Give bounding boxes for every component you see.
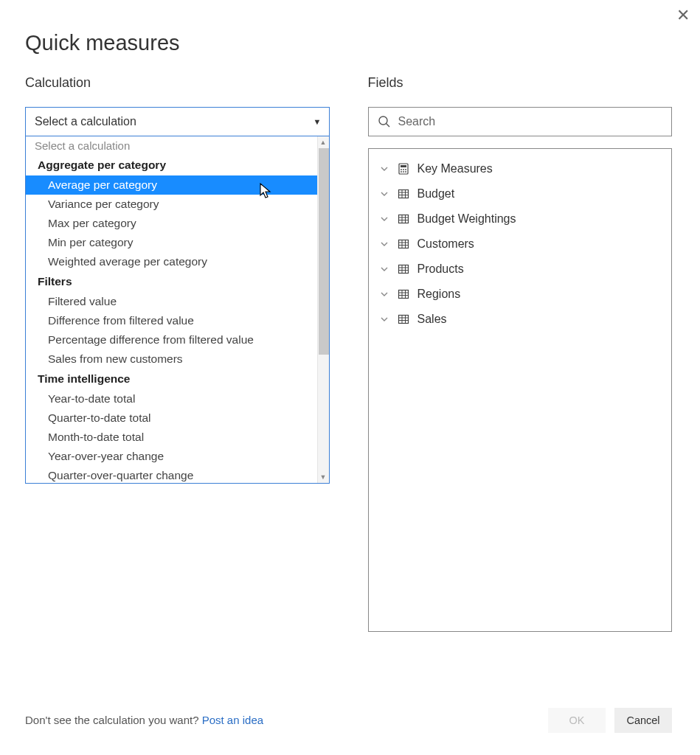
- dropdown-option[interactable]: Filtered value: [26, 292, 317, 311]
- cancel-button[interactable]: Cancel: [614, 708, 672, 733]
- dropdown-placeholder-option[interactable]: Select a calculation: [26, 136, 317, 155]
- svg-rect-30: [398, 290, 408, 299]
- scroll-up-icon[interactable]: ▲: [318, 136, 329, 148]
- calculator-icon: [397, 162, 410, 175]
- chevron-down-icon[interactable]: [379, 265, 389, 274]
- table-icon: [397, 288, 410, 301]
- svg-rect-25: [398, 265, 408, 274]
- dropdown-option[interactable]: Year-over-year change: [26, 447, 317, 466]
- field-label: Regions: [417, 288, 461, 301]
- dropdown-option[interactable]: Quarter-to-date total: [26, 408, 317, 428]
- calculation-dropdown: Select a calculationAggregate per catego…: [25, 136, 330, 484]
- fields-search[interactable]: [368, 107, 673, 136]
- svg-point-0: [379, 116, 387, 125]
- chevron-down-icon[interactable]: [379, 164, 389, 173]
- table-icon: [397, 313, 410, 326]
- field-label: Sales: [417, 313, 447, 326]
- field-tree-item[interactable]: Budget: [375, 181, 666, 206]
- svg-point-5: [403, 169, 404, 170]
- scroll-down-icon[interactable]: ▼: [318, 471, 329, 483]
- svg-point-6: [405, 169, 406, 170]
- dropdown-option[interactable]: Quarter-over-quarter change: [26, 466, 317, 483]
- svg-rect-10: [398, 190, 408, 198]
- fields-column: Fields Key MeasuresBudgetBudget Weightin…: [368, 75, 673, 632]
- field-tree-item[interactable]: Budget Weightings: [375, 206, 666, 232]
- field-label: Products: [417, 262, 464, 276]
- dropdown-option[interactable]: Sales from new customers: [26, 349, 317, 369]
- svg-rect-20: [398, 240, 408, 248]
- svg-point-9: [405, 171, 406, 173]
- dropdown-option[interactable]: Month-to-date total: [26, 428, 317, 447]
- dropdown-option[interactable]: Year-to-date total: [26, 389, 317, 408]
- dropdown-option[interactable]: Average per category: [26, 175, 317, 195]
- dropdown-option[interactable]: Difference from filtered value: [26, 311, 317, 330]
- calculation-select[interactable]: Select a calculation ▼: [25, 107, 330, 136]
- table-icon: [397, 212, 410, 226]
- field-label: Budget: [417, 187, 455, 201]
- chevron-down-icon[interactable]: [379, 240, 389, 248]
- close-button[interactable]: ✕: [676, 7, 690, 24]
- svg-point-8: [403, 171, 404, 173]
- dialog-title: Quick measures: [25, 31, 180, 55]
- fields-panel: Key MeasuresBudgetBudget WeightingsCusto…: [368, 148, 673, 632]
- dropdown-option[interactable]: Percentage difference from filtered valu…: [26, 330, 317, 349]
- field-tree-item[interactable]: Products: [375, 257, 666, 282]
- field-tree-item[interactable]: Sales: [375, 307, 666, 332]
- search-icon: [378, 115, 391, 128]
- field-label: Budget Weightings: [417, 212, 516, 226]
- dropdown-group-header: Filters: [26, 271, 317, 292]
- svg-point-7: [401, 171, 402, 173]
- dialog-footer: Don't see the calculation you want? Post…: [25, 708, 672, 733]
- chevron-down-icon[interactable]: [379, 315, 389, 324]
- search-input[interactable]: [398, 115, 663, 128]
- footer-help: Don't see the calculation you want? Post…: [25, 714, 263, 727]
- calculation-section-label: Calculation: [25, 75, 330, 91]
- table-icon: [397, 237, 410, 251]
- chevron-down-icon[interactable]: [379, 189, 389, 198]
- table-icon: [397, 187, 410, 201]
- svg-line-1: [386, 124, 389, 127]
- dropdown-option[interactable]: Min per category: [26, 233, 317, 252]
- field-tree-item[interactable]: Customers: [375, 232, 666, 257]
- svg-rect-35: [398, 316, 408, 324]
- fields-section-label: Fields: [368, 75, 673, 91]
- dropdown-option[interactable]: Max per category: [26, 214, 317, 233]
- table-icon: [397, 262, 410, 276]
- field-label: Customers: [417, 237, 474, 251]
- dropdown-option[interactable]: Variance per category: [26, 195, 317, 214]
- dropdown-group-header: Aggregate per category: [26, 155, 317, 175]
- field-tree-item[interactable]: Regions: [375, 282, 666, 307]
- svg-rect-15: [398, 215, 408, 223]
- dropdown-group-header: Time intelligence: [26, 369, 317, 389]
- dropdown-option[interactable]: Weighted average per category: [26, 252, 317, 271]
- calculation-select-text: Select a calculation: [35, 115, 136, 128]
- scroll-thumb[interactable]: [319, 148, 329, 355]
- post-idea-link[interactable]: Post an idea: [202, 714, 263, 726]
- caret-down-icon: ▼: [313, 117, 322, 126]
- chevron-down-icon[interactable]: [379, 290, 389, 299]
- chevron-down-icon[interactable]: [379, 215, 389, 223]
- ok-button[interactable]: OK: [548, 708, 606, 733]
- svg-rect-3: [401, 165, 406, 167]
- dropdown-scrollbar[interactable]: ▲ ▼: [317, 136, 329, 483]
- help-text: Don't see the calculation you want?: [25, 714, 202, 726]
- svg-point-4: [401, 169, 402, 170]
- field-tree-item[interactable]: Key Measures: [375, 156, 666, 181]
- calculation-column: Calculation Select a calculation ▼ Selec…: [25, 75, 330, 632]
- field-label: Key Measures: [417, 162, 493, 175]
